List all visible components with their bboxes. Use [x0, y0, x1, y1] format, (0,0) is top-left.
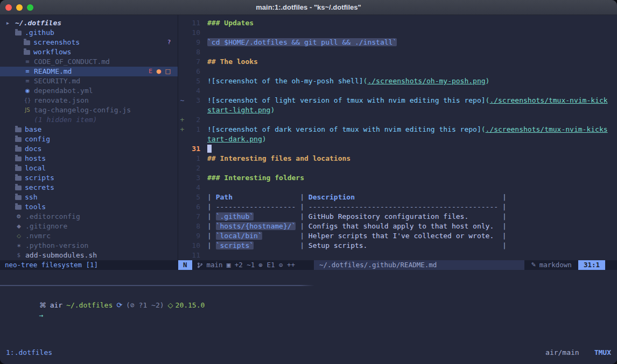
text-segment-urlu: tart-dark.png — [207, 135, 262, 143]
gutter-sign — [178, 67, 186, 76]
gutter-sign — [178, 105, 186, 115]
tree-item-nvmrc[interactable]: ◇.nvmrc — [0, 231, 178, 241]
editor-line-2[interactable]: +2 — [178, 115, 617, 125]
tree-item-security-md[interactable]: ≡SECURITY.md — [0, 76, 178, 86]
editor-line-10[interactable]: 10 — [178, 28, 617, 38]
shell-pane[interactable]: ⌘air~/.dotfiles⟳(⊘ ?1 ~2)◇20.15.0 → — [0, 286, 617, 340]
line-number: 2 — [186, 163, 200, 173]
line-number: 7 — [186, 57, 200, 67]
editor-line-4[interactable]: 4 — [178, 86, 617, 96]
editor-line-9[interactable]: 9| `local/bin` | Helper scripts that I'v… — [178, 231, 617, 241]
tree-item-screenshots[interactable]: screenshots? — [0, 38, 178, 47]
minimize-button[interactable] — [16, 4, 23, 11]
editor-line-wrap[interactable]: start-light.png) — [178, 105, 617, 115]
close-button[interactable] — [5, 4, 12, 11]
line-number: 1 — [186, 125, 200, 134]
tree-item-tools[interactable]: tools — [0, 202, 178, 212]
editor-line-2[interactable]: 2 — [178, 163, 617, 173]
editor-line-11[interactable]: 11 — [178, 251, 617, 260]
tree-item-label: hosts — [25, 154, 46, 163]
shell-prompt-line: ⌘air~/.dotfiles⟳(⊘ ?1 ~2)◇20.15.0 — [5, 290, 617, 300]
tree-item-base[interactable]: base — [0, 125, 178, 134]
nvim-statusline: N main ▣ +2 ~1 ⊗ E1 ⊙ ++ ~/.dotfiles/.gi… — [178, 260, 617, 270]
editor-line-8[interactable]: 8 — [178, 47, 617, 57]
dependabot-icon: ◉ — [24, 86, 31, 96]
editor-line-5[interactable]: 5![screenshot of the oh-my-posh shell](.… — [178, 76, 617, 86]
gutter-sign — [178, 18, 186, 28]
editor-line-7[interactable]: 7## The looks — [178, 57, 617, 67]
tree-item-scripts[interactable]: scripts — [0, 173, 178, 183]
text-segment-code: `scripts` — [216, 241, 254, 249]
editor-line-3[interactable]: ~3![screenshot of light version of tmux … — [178, 96, 617, 105]
zoom-button[interactable] — [27, 4, 33, 11]
tree-item-label: (1 hidden item) — [34, 115, 97, 125]
folder-icon — [15, 137, 22, 142]
editor-line-10[interactable]: 10| `scripts` | Setup scripts. | — [178, 241, 617, 251]
editor-line-7[interactable]: 7| `.github` | GitHub Repository configu… — [178, 212, 617, 222]
tree-item-workflows[interactable]: workflows — [0, 47, 178, 57]
tree-item-github[interactable]: .github — [0, 28, 178, 38]
tree-item-ssh[interactable]: ssh — [0, 192, 178, 202]
editor-line-wrap[interactable]: tart-dark.png) — [178, 134, 617, 144]
editor-line-6[interactable]: 6 — [178, 67, 617, 76]
tree-item-python-version[interactable]: ∗.python-version — [0, 241, 178, 251]
editor-line-11[interactable]: 11### Updates — [178, 18, 617, 28]
editor-line-6[interactable]: 6| ------------------- | ---------------… — [178, 202, 617, 212]
gutter-sign — [178, 76, 186, 86]
tree-item-config[interactable]: config — [0, 134, 178, 144]
tree-item-docs[interactable]: docs — [0, 144, 178, 154]
line-text: | ------------------- | ----------------… — [207, 202, 617, 212]
tree-item-renovate-json[interactable]: {}renovate.json — [0, 96, 178, 105]
tree-item-label: .editorconfig — [25, 212, 80, 222]
folder-icon — [15, 156, 22, 161]
titlebar: main:1:.dotfiles - "ks~/.dotfiles" — [0, 0, 617, 15]
editor-line-1[interactable]: +1![screenshot of dark version of tmux w… — [178, 125, 617, 134]
tmux-window-tab[interactable]: 1:.dotfiles — [6, 348, 52, 356]
editor-line-31[interactable]: 31 — [178, 144, 617, 154]
line-number: 6 — [186, 202, 200, 212]
prompt-host: air — [50, 301, 62, 309]
tree-item-label: README.md — [34, 67, 72, 76]
tree-item-add-submodules-sh[interactable]: $add-submodules.sh — [0, 251, 178, 260]
gutter-sign — [178, 202, 186, 212]
text-segment-th: Path — [216, 193, 233, 201]
text-segment-code: `hosts/{hostname}/` — [216, 222, 296, 230]
editor-line-5[interactable]: 5| Path | Description | — [178, 192, 617, 202]
git-status-segment: main ▣ +2 ~1 ⊗ E1 ⊙ ++ — [192, 260, 300, 270]
text-segment-urlu: start-light.png — [207, 106, 270, 114]
tree-item-tag-changelog-config-js[interactable]: JStag-changelog-config.js — [0, 105, 178, 115]
editor-line-4[interactable]: 4 — [178, 183, 617, 192]
text-segment-pipe: | — [262, 232, 308, 240]
line-text — [207, 67, 617, 76]
tree-item-1-hidden-item[interactable]: (1 hidden item) — [0, 115, 178, 125]
tree-item-readme-md[interactable]: ≡README.mdE●□ — [0, 67, 178, 76]
folder-icon — [15, 31, 22, 35]
tree-item-dotfiles[interactable]: ▸~/.dotfiles — [0, 18, 178, 28]
editor-line-8[interactable]: 8| `hosts/{hostname}/` | Configs that sh… — [178, 222, 617, 231]
editor-line-1[interactable]: 1## Interesting files and locations — [178, 154, 617, 163]
folder-icon — [15, 176, 22, 181]
tree-item-label: scripts — [25, 173, 54, 183]
text-segment-code: `local/bin` — [216, 232, 262, 240]
text-segment-desc: Setup scripts. — [308, 241, 368, 249]
tree-item-secrets[interactable]: secrets — [0, 183, 178, 192]
neotree-statusline: neo-tree filesystem [1] — [0, 260, 178, 270]
line-number: 11 — [186, 18, 200, 28]
editor-line-3[interactable]: 3### Interesting folders — [178, 173, 617, 183]
text-segment-url: ( — [481, 125, 486, 133]
text-segment-pipe: | — [254, 241, 308, 249]
tree-item-hosts[interactable]: hosts — [0, 154, 178, 163]
filetype-label: markdown — [539, 260, 572, 270]
line-text: ![screenshot of the oh-my-posh shell](./… — [207, 76, 617, 86]
tree-item-gitignore[interactable]: ◆.gitignore — [0, 222, 178, 231]
line-text: ### Interesting folders — [207, 173, 617, 183]
tree-item-local[interactable]: local — [0, 163, 178, 173]
editor-line-9[interactable]: 9`cd $HOME/.dotfiles && git pull && ./in… — [178, 38, 617, 47]
tree-item-code-of-conduct-md[interactable]: ≡CODE_OF_CONDUCT.md — [0, 57, 178, 67]
editor-pane: 11### Updates 10 9`cd $HOME/.dotfiles &&… — [178, 15, 617, 260]
tree-item-label: local — [25, 163, 46, 173]
line-number: 8 — [186, 222, 200, 231]
tree-item-dependabot-yml[interactable]: ◉dependabot.yml — [0, 86, 178, 96]
line-text — [207, 86, 617, 96]
tree-item-editorconfig[interactable]: ⚙.editorconfig — [0, 212, 178, 222]
